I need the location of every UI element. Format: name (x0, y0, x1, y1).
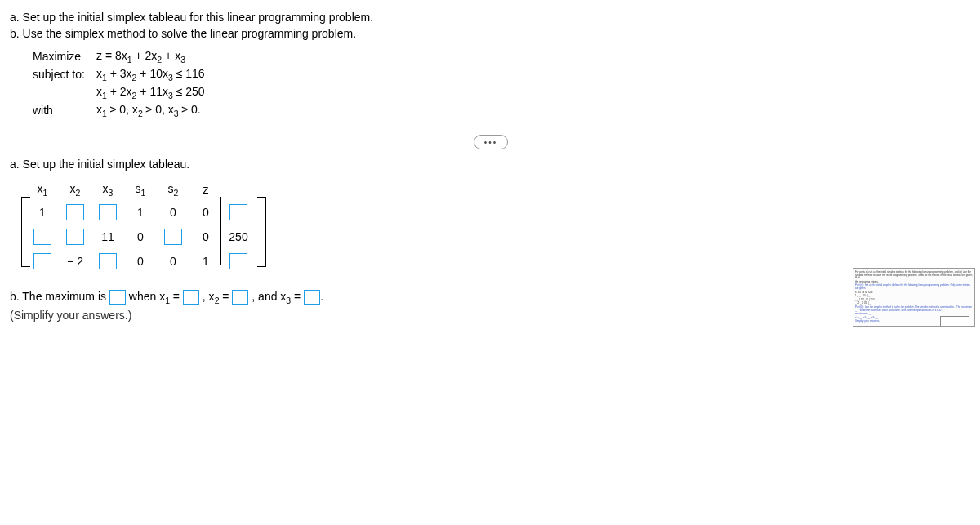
input-r1rhs[interactable] (229, 204, 247, 220)
cell-r1c4: 1 (124, 200, 157, 225)
lp-block: Maximize z = 8x1 + 2x2 + x3 subject to: … (33, 48, 970, 118)
maximize-label: Maximize (33, 50, 96, 63)
cell-r3c4: 0 (124, 249, 157, 274)
nonneg: x1 ≥ 0, x2 ≥ 0, x3 ≥ 0. (96, 103, 201, 118)
constraint-2: x1 + 2x2 + 11x3 ≤ 250 (96, 85, 205, 100)
cell-r1c5: 0 (157, 200, 189, 225)
input-r1c3[interactable] (99, 204, 117, 220)
input-r2c1[interactable] (33, 229, 51, 245)
cell-r1c1: 1 (26, 200, 59, 225)
intro-a: a. Set up the initial simplex tableau fo… (10, 10, 970, 26)
section-a-heading: a. Set up the initial simplex tableau. (10, 158, 970, 171)
input-r3c3[interactable] (99, 253, 117, 269)
input-x2[interactable] (232, 290, 248, 305)
cell-r3c2: − 2 (59, 249, 91, 274)
input-x1[interactable] (183, 290, 199, 305)
cell-r2c6: 0 (189, 225, 222, 249)
input-r2c2[interactable] (66, 229, 84, 245)
cell-r3c6: 1 (189, 249, 222, 274)
intro-b: b. Use the simplex method to solve the l… (10, 26, 970, 42)
input-r3rhs[interactable] (229, 253, 247, 269)
cell-r1c6: 0 (189, 200, 222, 225)
cell-r2rhs: 250 (222, 225, 255, 249)
with-label: with (33, 104, 96, 117)
input-x3[interactable] (304, 290, 320, 305)
input-r1c2[interactable] (66, 204, 84, 220)
input-r3c1[interactable] (33, 253, 51, 269)
objective: z = 8x1 + 2x2 + x3 (96, 49, 185, 65)
cell-r3c5: 0 (157, 249, 189, 274)
subject-label: subject to: (33, 68, 96, 81)
constraint-1: x1 + 3x2 + 10x3 ≤ 116 (96, 67, 205, 82)
cell-r2c4: 0 (124, 225, 157, 249)
thumbnail-input[interactable] (940, 316, 969, 327)
cell-r2c3: 11 (91, 225, 124, 249)
simplify-note: (Simplify your answers.) (10, 309, 970, 322)
more-options-button[interactable]: ••• (474, 135, 508, 149)
tableau: x1 x2 x3 s1 s2 z 1 1 0 0 11 0 (26, 179, 970, 274)
thumbnail-preview[interactable]: For parts (a) set up the initial simplex… (853, 268, 975, 327)
sectb-pre: b. The maximum is (10, 290, 109, 303)
input-max[interactable] (109, 290, 126, 305)
input-r2c5[interactable] (164, 229, 182, 245)
